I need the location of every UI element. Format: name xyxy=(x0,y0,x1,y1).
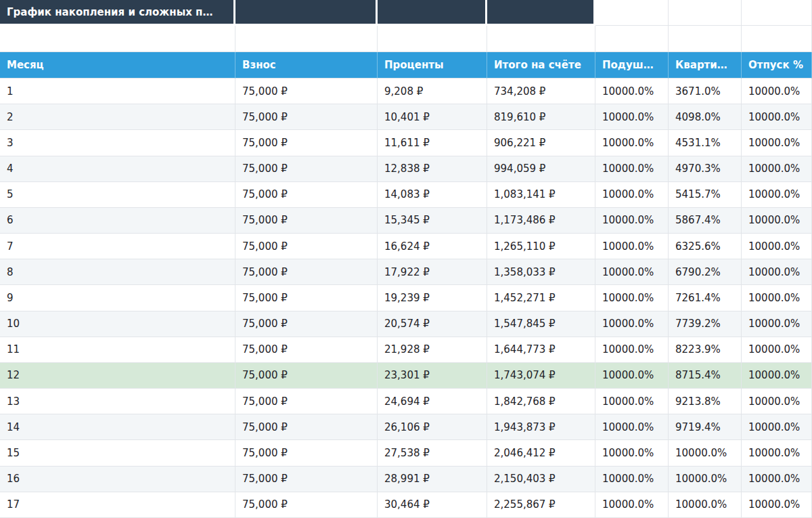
empty-cell[interactable] xyxy=(742,26,812,52)
cell-cushion[interactable]: 10000.0% xyxy=(595,389,669,414)
cell-vacation[interactable]: 10000.0% xyxy=(742,130,812,156)
cell-apartment[interactable]: 6790.2% xyxy=(669,259,742,285)
cell-total[interactable]: 819,610 ₽ xyxy=(487,104,595,130)
cell-deposit[interactable]: 75,000 ₽ xyxy=(235,440,378,466)
empty-cell[interactable] xyxy=(595,0,669,26)
cell-total[interactable]: 1,943,873 ₽ xyxy=(487,414,595,440)
empty-cell[interactable] xyxy=(487,26,595,52)
cell-apartment[interactable]: 10000.0% xyxy=(669,467,742,492)
cell-total[interactable]: 734,208 ₽ xyxy=(487,79,595,104)
cell-vacation[interactable]: 10000.0% xyxy=(742,440,812,466)
cell-cushion[interactable]: 10000.0% xyxy=(595,104,669,130)
cell-deposit[interactable]: 75,000 ₽ xyxy=(235,208,378,234)
cell-month[interactable]: 17 xyxy=(0,492,235,518)
cell-deposit[interactable]: 75,000 ₽ xyxy=(235,389,378,414)
cell-apartment[interactable]: 6325.6% xyxy=(669,234,742,259)
cell-month[interactable]: 7 xyxy=(0,234,235,259)
cell-cushion[interactable]: 10000.0% xyxy=(595,414,669,440)
cell-month[interactable]: 16 xyxy=(0,467,235,492)
cell-vacation[interactable]: 10000.0% xyxy=(742,492,812,518)
cell-vacation[interactable]: 10000.0% xyxy=(742,337,812,363)
cell-cushion[interactable]: 10000.0% xyxy=(595,311,669,337)
cell-deposit[interactable]: 75,000 ₽ xyxy=(235,337,378,363)
column-header-apartment[interactable]: Кварти… xyxy=(669,52,742,79)
cell-deposit[interactable]: 75,000 ₽ xyxy=(235,492,378,518)
cell-month[interactable]: 15 xyxy=(0,440,235,466)
cell-deposit[interactable]: 75,000 ₽ xyxy=(235,467,378,492)
cell-cushion[interactable]: 10000.0% xyxy=(595,467,669,492)
cell-month[interactable]: 8 xyxy=(0,259,235,285)
cell-apartment[interactable]: 9213.8% xyxy=(669,389,742,414)
cell-total[interactable]: 1,644,773 ₽ xyxy=(487,337,595,363)
cell-month[interactable]: 10 xyxy=(0,311,235,337)
cell-month[interactable]: 5 xyxy=(0,182,235,208)
cell-deposit[interactable]: 75,000 ₽ xyxy=(235,259,378,285)
cell-interest[interactable]: 14,083 ₽ xyxy=(378,182,487,208)
cell-deposit[interactable]: 75,000 ₽ xyxy=(235,414,378,440)
cell-deposit[interactable]: 75,000 ₽ xyxy=(235,311,378,337)
cell-deposit[interactable]: 75,000 ₽ xyxy=(235,104,378,130)
cell-cushion[interactable]: 10000.0% xyxy=(595,79,669,104)
cell-apartment[interactable]: 8223.9% xyxy=(669,337,742,363)
cell-apartment[interactable]: 9719.4% xyxy=(669,414,742,440)
cell-vacation[interactable]: 10000.0% xyxy=(742,182,812,208)
cell-total[interactable]: 1,173,486 ₽ xyxy=(487,208,595,234)
cell-month[interactable]: 3 xyxy=(0,130,235,156)
cell-month[interactable]: 12 xyxy=(0,363,235,389)
cell-total[interactable]: 906,221 ₽ xyxy=(487,130,595,156)
empty-cell[interactable] xyxy=(378,26,487,52)
empty-cell[interactable] xyxy=(235,26,378,52)
cell-cushion[interactable]: 10000.0% xyxy=(595,337,669,363)
title-merged-cell[interactable] xyxy=(487,0,595,26)
cell-total[interactable]: 1,358,033 ₽ xyxy=(487,259,595,285)
cell-total[interactable]: 1,547,845 ₽ xyxy=(487,311,595,337)
cell-apartment[interactable]: 7261.4% xyxy=(669,285,742,311)
cell-interest[interactable]: 15,345 ₽ xyxy=(378,208,487,234)
column-header-total[interactable]: Итого на счёте xyxy=(487,52,595,79)
cell-interest[interactable]: 16,624 ₽ xyxy=(378,234,487,259)
cell-month[interactable]: 2 xyxy=(0,104,235,130)
cell-month[interactable]: 6 xyxy=(0,208,235,234)
cell-total[interactable]: 1,265,110 ₽ xyxy=(487,234,595,259)
cell-cushion[interactable]: 10000.0% xyxy=(595,182,669,208)
cell-total[interactable]: 1,743,074 ₽ xyxy=(487,363,595,389)
cell-cushion[interactable]: 10000.0% xyxy=(595,156,669,182)
column-header-deposit[interactable]: Взнос xyxy=(235,52,378,79)
cell-total[interactable]: 2,255,867 ₽ xyxy=(487,492,595,518)
cell-vacation[interactable]: 10000.0% xyxy=(742,311,812,337)
cell-apartment[interactable]: 10000.0% xyxy=(669,440,742,466)
cell-month[interactable]: 9 xyxy=(0,285,235,311)
cell-apartment[interactable]: 8715.4% xyxy=(669,363,742,389)
cell-vacation[interactable]: 10000.0% xyxy=(742,259,812,285)
cell-vacation[interactable]: 10000.0% xyxy=(742,389,812,414)
cell-interest[interactable]: 17,922 ₽ xyxy=(378,259,487,285)
cell-total[interactable]: 1,842,768 ₽ xyxy=(487,389,595,414)
empty-cell[interactable] xyxy=(669,0,742,26)
cell-cushion[interactable]: 10000.0% xyxy=(595,208,669,234)
cell-interest[interactable]: 30,464 ₽ xyxy=(378,492,487,518)
column-header-month[interactable]: Месяц xyxy=(0,52,235,79)
cell-apartment[interactable]: 7739.2% xyxy=(669,311,742,337)
empty-cell[interactable] xyxy=(669,26,742,52)
cell-deposit[interactable]: 75,000 ₽ xyxy=(235,130,378,156)
column-header-cushion[interactable]: Подуш… xyxy=(595,52,669,79)
cell-interest[interactable]: 26,106 ₽ xyxy=(378,414,487,440)
cell-month[interactable]: 14 xyxy=(0,414,235,440)
cell-cushion[interactable]: 10000.0% xyxy=(595,492,669,518)
cell-cushion[interactable]: 10000.0% xyxy=(595,285,669,311)
cell-vacation[interactable]: 10000.0% xyxy=(742,208,812,234)
cell-month[interactable]: 4 xyxy=(0,156,235,182)
title-merged-cell[interactable] xyxy=(378,0,487,26)
cell-vacation[interactable]: 10000.0% xyxy=(742,467,812,492)
cell-vacation[interactable]: 10000.0% xyxy=(742,156,812,182)
cell-deposit[interactable]: 75,000 ₽ xyxy=(235,182,378,208)
cell-interest[interactable]: 20,574 ₽ xyxy=(378,311,487,337)
cell-total[interactable]: 1,083,141 ₽ xyxy=(487,182,595,208)
cell-vacation[interactable]: 10000.0% xyxy=(742,285,812,311)
column-header-interest[interactable]: Проценты xyxy=(378,52,487,79)
cell-interest[interactable]: 24,694 ₽ xyxy=(378,389,487,414)
cell-cushion[interactable]: 10000.0% xyxy=(595,440,669,466)
cell-apartment[interactable]: 4970.3% xyxy=(669,156,742,182)
cell-total[interactable]: 994,059 ₽ xyxy=(487,156,595,182)
cell-total[interactable]: 2,150,403 ₽ xyxy=(487,467,595,492)
